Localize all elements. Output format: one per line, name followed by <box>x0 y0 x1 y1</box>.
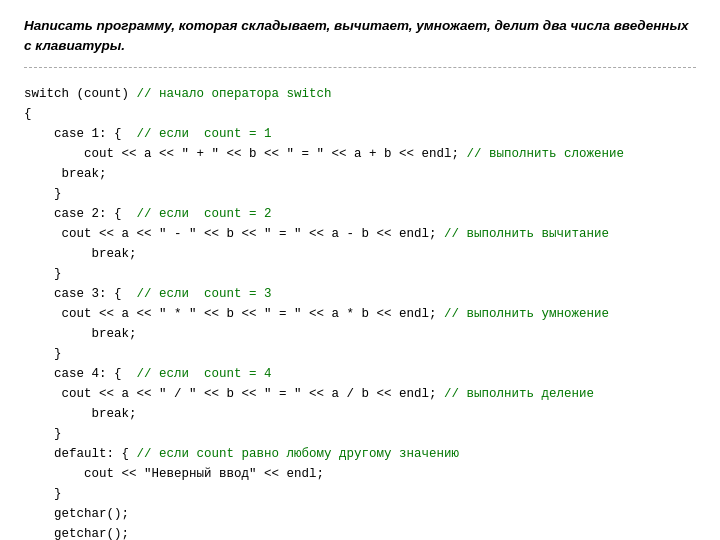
code-line-1: switch (count) // начало оператора switc… <box>24 87 624 541</box>
code-block: switch (count) // начало оператора switc… <box>24 76 696 541</box>
top-divider <box>24 67 696 68</box>
task-description: Написать программу, которая складывает, … <box>24 16 696 57</box>
